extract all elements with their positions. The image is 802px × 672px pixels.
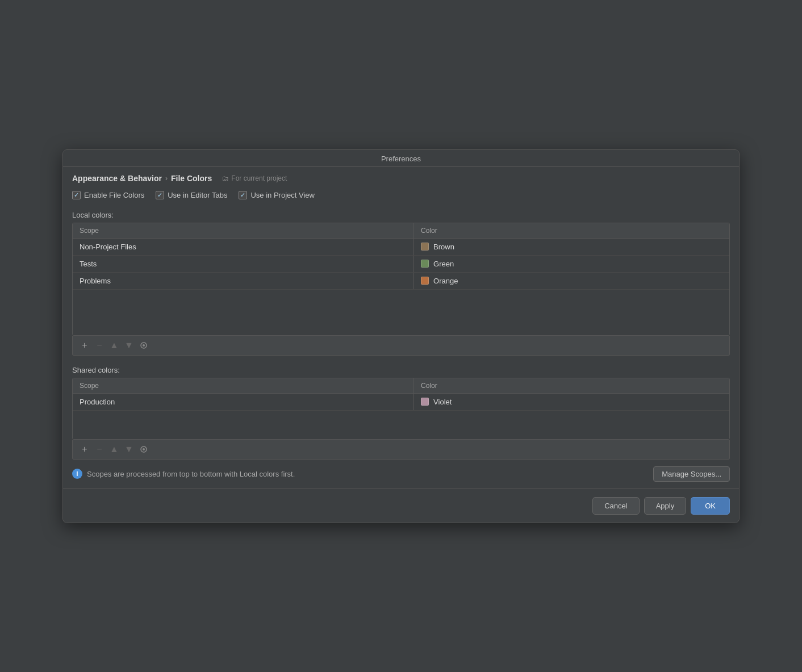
table-row[interactable]: Tests Green: [73, 256, 729, 273]
color-name-violet: Violet: [433, 398, 452, 406]
color-swatch-brown: [421, 243, 429, 251]
use-in-project-view-box[interactable]: ✓: [239, 191, 247, 199]
project-icon: 🗂: [222, 174, 229, 182]
shared-colors-table: Scope Color Production Violet: [72, 378, 730, 440]
shared-colors-toolbar: + − ▲ ▼: [72, 440, 730, 460]
apply-button[interactable]: Apply: [644, 497, 687, 515]
enable-file-colors-label: Enable File Colors: [84, 191, 144, 199]
enable-file-colors-box[interactable]: ✓: [72, 191, 81, 199]
info-row: i Scopes are processed from top to botto…: [72, 466, 730, 482]
bottom-buttons: Cancel Apply OK: [63, 489, 739, 523]
color-cell: Violet: [414, 394, 729, 410]
local-color-header: Color: [414, 223, 729, 238]
breadcrumb: Appearance & Behavior › File Colors 🗂 Fo…: [63, 167, 739, 189]
table-row[interactable]: Production Violet: [73, 394, 729, 411]
title-bar: Preferences: [63, 150, 739, 167]
shared-colors-header: Scope Color: [73, 378, 729, 394]
breadcrumb-section[interactable]: Appearance & Behavior: [72, 174, 162, 183]
local-move-up-button[interactable]: ▲: [108, 339, 120, 352]
shared-reset-button[interactable]: [137, 443, 150, 456]
local-scope-header: Scope: [73, 223, 414, 238]
project-label: For current project: [231, 174, 287, 182]
scope-cell: Production: [73, 394, 414, 410]
use-in-editor-tabs-checkbox[interactable]: ✓ Use in Editor Tabs: [156, 191, 227, 199]
color-swatch-green: [421, 260, 429, 268]
shared-move-up-button[interactable]: ▲: [108, 443, 120, 456]
scope-cell: Non-Project Files: [73, 239, 414, 255]
use-in-project-view-label: Use in Project View: [250, 191, 314, 199]
local-reset-button[interactable]: [137, 339, 150, 352]
cancel-button[interactable]: Cancel: [592, 497, 639, 515]
breadcrumb-arrow: ›: [165, 174, 168, 182]
local-move-down-button[interactable]: ▼: [123, 339, 135, 352]
shared-colors-empty-area: [73, 411, 729, 439]
shared-add-button[interactable]: +: [78, 443, 91, 456]
shared-remove-button[interactable]: −: [93, 443, 106, 456]
color-swatch-orange: [421, 277, 429, 285]
color-cell: Orange: [414, 273, 729, 289]
shared-colors-label: Shared colors:: [63, 361, 739, 378]
local-colors-label: Local colors:: [63, 206, 739, 223]
shared-move-down-button[interactable]: ▼: [123, 443, 135, 456]
dialog-title: Preferences: [381, 155, 421, 163]
scope-cell: Problems: [73, 273, 414, 289]
color-cell: Brown: [414, 239, 729, 255]
preferences-dialog: Preferences Appearance & Behavior › File…: [62, 149, 740, 523]
table-row[interactable]: Problems Orange: [73, 273, 729, 290]
enable-file-colors-checkbox[interactable]: ✓ Enable File Colors: [72, 191, 144, 199]
local-colors-header: Scope Color: [73, 223, 729, 239]
local-colors-toolbar: + − ▲ ▼: [72, 336, 730, 356]
scope-cell: Tests: [73, 256, 414, 272]
breadcrumb-project: 🗂 For current project: [222, 174, 287, 182]
use-in-editor-tabs-label: Use in Editor Tabs: [168, 191, 227, 199]
color-name-orange: Orange: [433, 277, 458, 285]
color-swatch-violet: [421, 398, 429, 406]
color-cell: Green: [414, 256, 729, 272]
local-add-button[interactable]: +: [78, 339, 91, 352]
table-row[interactable]: Non-Project Files Brown: [73, 239, 729, 256]
use-in-project-view-checkbox[interactable]: ✓ Use in Project View: [239, 191, 314, 199]
color-name-brown: Brown: [433, 243, 454, 251]
info-message: Scopes are processed from top to bottom …: [87, 470, 295, 478]
local-colors-table: Scope Color Non-Project Files Brown Test…: [72, 223, 730, 336]
info-icon: i: [72, 469, 82, 479]
svg-point-3: [143, 448, 145, 450]
svg-point-1: [143, 344, 145, 347]
local-colors-empty-area: [73, 290, 729, 335]
breadcrumb-current: File Colors: [171, 174, 212, 183]
info-text: i Scopes are processed from top to botto…: [72, 469, 295, 479]
checkboxes-row: ✓ Enable File Colors ✓ Use in Editor Tab…: [63, 189, 739, 206]
use-in-editor-tabs-box[interactable]: ✓: [156, 191, 164, 199]
ok-button[interactable]: OK: [691, 497, 730, 515]
color-name-green: Green: [433, 260, 454, 268]
manage-scopes-button[interactable]: Manage Scopes...: [653, 466, 730, 482]
local-remove-button[interactable]: −: [93, 339, 106, 352]
shared-color-header: Color: [414, 378, 729, 393]
shared-scope-header: Scope: [73, 378, 414, 393]
